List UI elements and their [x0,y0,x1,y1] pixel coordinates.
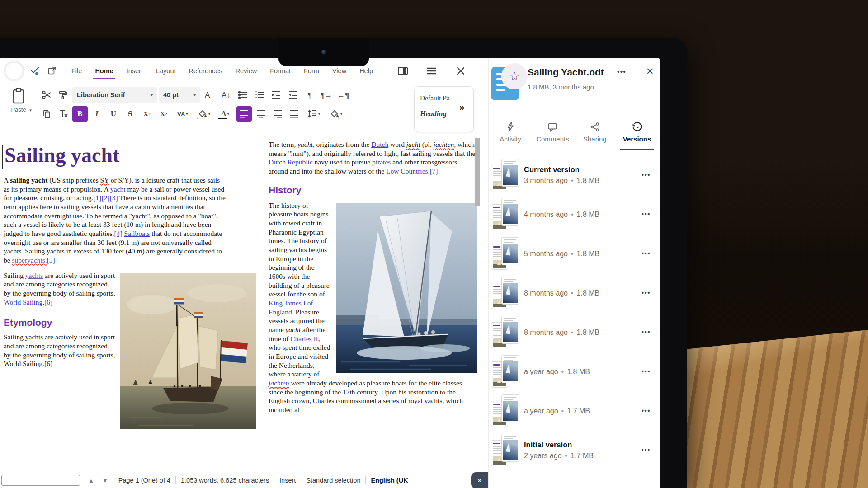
decrease-indent-button[interactable] [285,87,301,103]
file-actions-button[interactable]: ••• [617,68,626,75]
bold-button[interactable]: B [72,106,88,122]
menu-file[interactable]: File [71,66,83,76]
version-actions-button[interactable]: ••• [642,407,651,414]
version-actions-button[interactable]: ••• [642,328,651,336]
version-actions-button[interactable]: ••• [642,171,651,178]
menu-review[interactable]: Review [235,66,258,76]
selection-mode-status[interactable]: Standard selection [306,477,360,484]
clear-formatting-button[interactable] [56,106,71,122]
shrink-font-button[interactable]: A↓ [218,87,234,103]
search-input[interactable] [1,475,80,486]
historic-painting-image[interactable] [120,273,256,429]
grow-font-button[interactable]: A↑ [202,87,217,103]
text-link[interactable]: yachts [25,272,43,279]
document-outline-button[interactable] [426,65,438,77]
toggle-sidebar-button[interactable] [397,65,409,77]
menu-form[interactable]: Form [303,66,320,76]
document-canvas[interactable]: Sailing yacht A sailing yacht (US ship p… [0,136,488,472]
sailing-photo-image[interactable] [336,203,477,373]
version-actions-button[interactable]: ••• [642,446,651,454]
insert-mode-status[interactable]: Insert [279,477,296,484]
align-left-button[interactable] [236,106,252,122]
font-name-select[interactable]: Liberation Serif ▾ [72,87,157,103]
text-link[interactable]: World Sailing [4,298,42,306]
menu-home[interactable]: Home [94,66,114,76]
bullet-list-button[interactable] [235,87,250,103]
text-link[interactable]: Dutch Republic [269,158,313,166]
tab-comments[interactable]: Comments [533,115,572,150]
tab-versions[interactable]: Versions [618,115,656,150]
more-styles-button[interactable]: » [459,102,464,113]
text-link[interactable]: [5] [47,256,55,264]
version-list-item[interactable]: Current version 3 months ago•1.8 MB ••• [489,155,660,195]
tab-sharing[interactable]: Sharing [576,115,614,150]
italic-button[interactable]: I [89,106,104,122]
paragraph-rtl-button[interactable]: ←¶ [335,87,351,103]
tab-activity[interactable]: Activity [491,115,529,150]
justify-button[interactable] [287,106,302,122]
expand-statusbar-button[interactable]: » [471,472,488,488]
version-list-item[interactable]: a year ago•1.8 MB ••• [489,352,660,391]
text-link[interactable]: Dutch [371,141,388,148]
clone-formatting-button[interactable] [56,87,71,103]
version-list-item[interactable]: Initial version 2 years ago•1.7 MB ••• [489,431,660,470]
search-prev-button[interactable]: ▲ [88,477,94,484]
style-default-paragraph[interactable]: Default Pa [420,94,462,102]
menu-insert[interactable]: Insert [126,66,144,76]
align-right-button[interactable] [270,106,285,122]
text-link[interactable]: Low Countries. [386,167,429,175]
style-heading[interactable]: Heading [420,109,462,118]
underline-button[interactable]: U [106,106,121,122]
menu-view[interactable]: View [331,66,347,76]
save-status-icon[interactable] [29,65,41,77]
menu-format[interactable]: Format [269,66,292,76]
text-link[interactable]: pirates [372,158,391,166]
paste-dropdown-caret[interactable]: ▾ [29,108,32,113]
text-link[interactable]: jachten [269,379,289,387]
document-scrollbar[interactable] [475,138,480,206]
increase-indent-button[interactable] [269,87,284,103]
text-link[interactable]: [1][2][3] [93,194,118,202]
highlight-color-button[interactable]: ▾ [194,106,214,122]
version-actions-button[interactable]: ••• [642,289,651,296]
version-list-item[interactable]: a year ago•1.7 MB ••• [489,391,660,431]
copy-button[interactable] [39,106,54,122]
version-list-item[interactable]: 4 months ago•1.8 MB ••• [489,195,660,234]
version-list-item[interactable]: 8 months ago•1.8 MB ••• [489,313,660,352]
open-in-new-window-button[interactable] [46,65,58,77]
text-link[interactable]: superyachts. [12,256,47,264]
background-color-button[interactable]: ▾ [326,106,346,122]
menu-help[interactable]: Help [359,66,374,76]
font-color-button[interactable]: A ▾ [215,106,235,122]
formatting-marks-button[interactable]: ¶ [302,87,317,103]
text-link[interactable]: Sailboats [124,230,150,237]
version-list-item[interactable]: 5 months ago•1.8 MB ••• [489,234,660,273]
version-list-item[interactable]: 8 months ago•1.8 MB ••• [489,273,660,313]
paragraph-style-gallery[interactable]: Default Pa Heading [414,86,474,132]
align-center-button[interactable] [253,106,269,122]
version-actions-button[interactable]: ••• [642,210,651,218]
text-link[interactable]: [4] [114,230,123,237]
paragraph-ltr-button[interactable]: ¶→ [319,87,334,103]
word-count-status[interactable]: 1,053 words, 6,625 characters [181,477,269,484]
subscript-button[interactable]: X2 [139,106,155,122]
line-spacing-button[interactable]: ▾ [303,106,324,122]
version-actions-button[interactable]: ••• [642,249,651,257]
text-link[interactable]: yacht [110,185,126,193]
close-sidebar-button[interactable]: ✕ [646,66,654,77]
text-link[interactable]: Charles II [290,335,318,343]
font-size-select[interactable]: 40 pt ▾ [159,87,200,103]
version-actions-button[interactable]: ••• [642,367,651,375]
menu-references[interactable]: References [188,66,223,76]
numbered-list-button[interactable] [252,87,267,103]
page-status[interactable]: Page 1 (One) of 4 [118,477,170,484]
close-document-button[interactable] [455,65,467,77]
text-link[interactable]: [6] [44,298,52,306]
language-status[interactable]: English (UK [371,477,408,484]
search-next-button[interactable]: ▼ [102,477,108,484]
cut-button[interactable] [39,87,54,103]
text-link[interactable]: [7] [429,167,438,175]
character-spacing-button[interactable]: VA▾ [173,106,193,122]
menu-layout[interactable]: Layout [155,66,177,76]
favorite-star-icon[interactable]: ☆ [501,63,528,89]
